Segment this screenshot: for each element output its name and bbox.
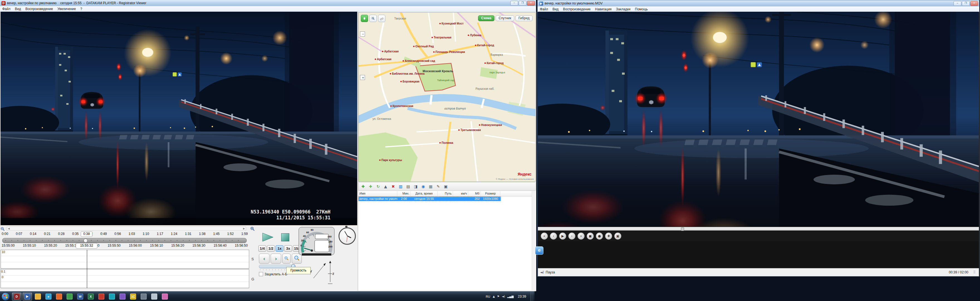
left-menu-item[interactable]: Увеличение xyxy=(55,7,78,11)
left-menu-item[interactable]: ? xyxy=(78,7,84,11)
bookmark-add-button[interactable]: ✚ xyxy=(605,232,612,240)
edit-icon[interactable]: ✎ xyxy=(435,183,442,190)
timeline-absolute-ruler[interactable]: 15:55:0015:55:1015:55:2015:55:3015:55:40… xyxy=(2,243,248,248)
taskbar-firefox[interactable] xyxy=(54,293,64,301)
left-menu-item[interactable]: Вид xyxy=(13,7,23,11)
file-table-column[interactable]: Дата, время xyxy=(410,191,438,196)
right-close-button[interactable]: ✕ xyxy=(970,1,978,6)
speed-quarter-button[interactable]: 1/4 xyxy=(258,245,266,252)
map-zoom-in-button[interactable]: + xyxy=(360,75,365,80)
map-pin-icon[interactable]: ◉ xyxy=(420,183,426,190)
right-minimize-button[interactable]: – xyxy=(953,1,961,6)
map-type-satellite[interactable]: Спутник xyxy=(496,15,514,21)
right-menu-item[interactable]: Навигация xyxy=(593,7,614,11)
right-menu-item[interactable]: Закладки xyxy=(614,7,633,11)
taskbar-app-teal[interactable] xyxy=(107,293,117,301)
show-desktop-button[interactable] xyxy=(530,291,533,301)
record-button[interactable]: ● xyxy=(596,232,603,240)
taskbar-excel[interactable]: X xyxy=(86,293,95,301)
file-row-selected[interactable]: вечер, настройки по умолчанию2:00сегодня… xyxy=(358,197,501,202)
file-table-column[interactable]: Мб xyxy=(468,191,481,196)
timeline-slider[interactable] xyxy=(2,238,247,243)
map-type-scheme[interactable]: Схема xyxy=(478,15,495,21)
stop-button[interactable]: ◼ xyxy=(587,232,594,240)
right-menu-item[interactable]: Воспроизведение xyxy=(561,7,593,11)
taskbar-word[interactable]: W xyxy=(75,293,85,301)
add-folder-icon[interactable]: ✚ xyxy=(367,183,374,190)
taskbar-ie[interactable]: e xyxy=(44,293,53,301)
file-table-column[interactable]: км/ч xyxy=(453,191,468,196)
left-menu-item[interactable]: Воспроизведение xyxy=(23,7,55,11)
file-table-column[interactable]: Размер xyxy=(481,191,500,196)
taskbar-1c[interactable]: 1С xyxy=(128,293,138,301)
delete-icon[interactable]: ✖ xyxy=(390,183,396,190)
step-forward-button[interactable]: › xyxy=(270,254,281,264)
right-menu-item[interactable]: Вид xyxy=(550,7,561,11)
step-back-button[interactable]: ‹ xyxy=(550,232,557,240)
taskbar-app-purple[interactable] xyxy=(118,293,127,301)
file-table-column[interactable]: Мин. xyxy=(397,191,410,196)
right-maximize-button[interactable]: ❐ xyxy=(962,1,970,6)
file-list-scrollbar[interactable] xyxy=(532,191,536,290)
right-video-view[interactable] xyxy=(538,12,979,227)
taskbar-paint[interactable] xyxy=(160,293,170,301)
step-forward-button[interactable]: › xyxy=(568,232,576,240)
timeline-relative-ruler[interactable]: 0:000:070:140:210:280:350:420:490:561:03… xyxy=(2,232,248,236)
chart-icon[interactable]: ▦ xyxy=(427,183,434,190)
timeline-slider-thumb[interactable] xyxy=(84,239,88,243)
left-minimize-button[interactable]: – xyxy=(510,1,518,6)
desktop-shortcut-icon[interactable]: e xyxy=(535,247,544,256)
play-button[interactable] xyxy=(262,232,274,242)
left-video-view[interactable]: N53.196340 E50.090966 27KmH11/11/2015 15… xyxy=(0,12,357,225)
step-back-button[interactable]: ‹ xyxy=(259,254,269,264)
graph-cursor[interactable] xyxy=(87,250,87,288)
speaker-icon[interactable]: ◄) xyxy=(540,271,544,274)
gsensor-graph[interactable] xyxy=(0,269,249,288)
network-icon[interactable]: ▂▄▆ xyxy=(507,295,514,298)
taskbar-app-green[interactable] xyxy=(65,293,74,301)
map-zoom-select-icon[interactable] xyxy=(369,15,377,22)
left-restore-button[interactable]: ❐ xyxy=(519,1,527,6)
snapshot-button[interactable]: ▣ xyxy=(614,232,621,240)
taskbar-mov-player[interactable]: ▶ xyxy=(22,293,32,301)
play-button[interactable]: ▶ xyxy=(559,232,566,240)
timeline-zoom-out-icon[interactable] xyxy=(0,227,5,231)
timeline-zoom-in-icon[interactable] xyxy=(250,227,255,231)
action-center-icon[interactable]: ⚑ xyxy=(497,295,500,298)
taskbar-datakam-player[interactable]: D xyxy=(12,293,21,301)
taskbar-explorer[interactable] xyxy=(33,293,43,301)
map-type-hybrid[interactable]: Гибрид xyxy=(515,15,533,21)
taskbar-app-red[interactable] xyxy=(97,293,106,301)
start-button[interactable] xyxy=(2,292,10,301)
refresh-icon[interactable]: ↻ xyxy=(375,183,382,190)
stop-button[interactable] xyxy=(281,233,289,241)
speed-half-button[interactable]: 1/2 xyxy=(267,245,275,252)
left-menu-item[interactable]: Файл xyxy=(0,7,13,11)
speed-graph[interactable] xyxy=(0,250,249,269)
save-icon[interactable]: ▥ xyxy=(397,183,404,190)
file-table-column[interactable]: Имя xyxy=(358,191,397,196)
timeline-scroll-left-icon[interactable]: ◀ xyxy=(8,227,10,230)
file-table-column[interactable]: Путь xyxy=(438,191,453,196)
jump-start-button[interactable]: « xyxy=(541,232,548,240)
taskbar-clock[interactable]: 23:39 xyxy=(516,295,528,298)
map-view[interactable]: ТверскаяКузнецкий МостТеатральнаяЛубянка… xyxy=(358,12,536,182)
volume-icon[interactable]: ◄) xyxy=(502,295,505,298)
timeline-scroll-right-icon[interactable]: ▶ xyxy=(243,227,245,230)
language-indicator[interactable]: RU xyxy=(486,295,490,298)
speed-3x-button[interactable]: 3x xyxy=(284,245,292,252)
fullscreen-icon[interactable]: ⣿ xyxy=(972,270,977,275)
taskbar-calc[interactable] xyxy=(139,293,148,301)
speed-1x-button[interactable]: 1x xyxy=(275,245,283,252)
jump-end-button[interactable]: » xyxy=(578,232,585,240)
left-close-button[interactable]: ✕ xyxy=(527,1,535,6)
print-icon[interactable]: ▤ xyxy=(405,183,412,190)
file-list-empty[interactable] xyxy=(358,201,536,290)
map-ruler-icon[interactable] xyxy=(378,15,385,22)
timeline-scrollbar[interactable]: ◀ ▶ xyxy=(7,227,246,231)
zoom-small-button[interactable] xyxy=(282,254,291,264)
right-title-bar[interactable]: ▶ вечер, настройки по умолчанию.MOV – ❐ … xyxy=(538,0,979,7)
taskbar-notepad[interactable] xyxy=(150,293,159,301)
export-icon[interactable]: ◨ xyxy=(412,183,419,190)
film-icon[interactable]: ▣ xyxy=(442,183,449,190)
